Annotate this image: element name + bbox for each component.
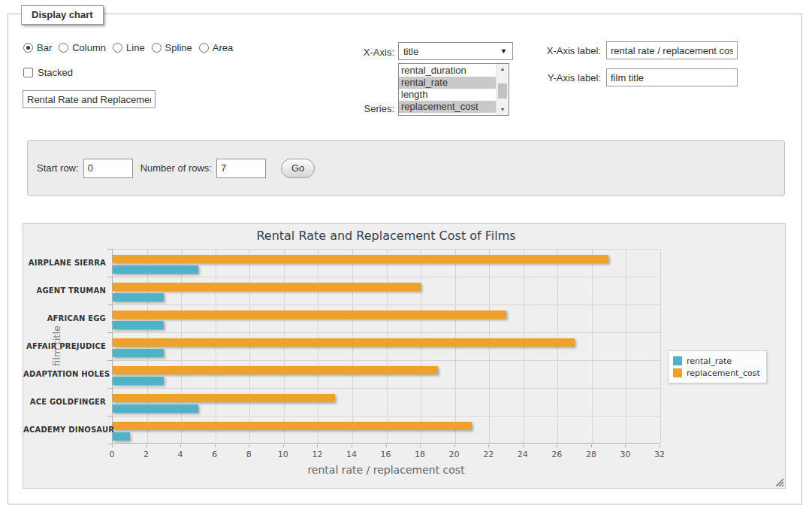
x-axis-tick	[352, 444, 352, 447]
radio-icon[interactable]	[152, 43, 161, 53]
series-scrollbar[interactable]: ▲ ▼	[496, 64, 509, 115]
chart-type-column[interactable]: Column	[59, 42, 106, 53]
resize-grip-icon[interactable]	[775, 478, 783, 486]
bar-rental_rate[interactable]	[113, 404, 198, 413]
x-axis-tick	[625, 444, 626, 447]
series-option-rental_rate[interactable]: rental_rate	[399, 77, 496, 89]
x-axis-tick-label: 16	[381, 450, 391, 459]
x-axis-selected-value: title	[403, 46, 418, 57]
stacked-checkbox-row[interactable]: Stacked	[23, 67, 73, 78]
number-of-rows-input[interactable]	[216, 159, 266, 178]
number-of-rows-label: Number of rows:	[140, 162, 212, 174]
series-option-length[interactable]: length	[399, 89, 496, 101]
x-axis-select[interactable]: title ▼	[398, 42, 513, 60]
bar-rental_rate[interactable]	[113, 293, 164, 301]
bar-replacement_cost[interactable]	[113, 422, 472, 430]
x-axis-tick-label: 4	[178, 450, 183, 459]
gridline-horizontal	[113, 304, 660, 305]
x-axis-title: rental rate / replacement cost	[307, 464, 464, 476]
scroll-up-button[interactable]: ▲	[497, 64, 509, 74]
category-label: AFRICAN EGG	[23, 314, 106, 323]
scroll-thumb[interactable]	[498, 83, 507, 98]
gridline-horizontal	[113, 416, 660, 417]
gridline-vertical	[592, 249, 593, 443]
bar-rental_rate[interactable]	[113, 432, 130, 441]
radio-icon[interactable]	[113, 43, 122, 53]
bar-rental_rate[interactable]	[113, 321, 164, 329]
category-label: ACE GOLDFINGER	[23, 398, 106, 406]
legend-swatch	[673, 356, 682, 365]
series-select-label: Series:	[319, 103, 394, 114]
x-axis-tick	[112, 444, 113, 447]
category-label: ADAPTATION HOLES	[23, 370, 106, 378]
chart-type-line[interactable]: Line	[113, 42, 145, 53]
bar-rental_rate[interactable]	[113, 349, 164, 357]
chart-type-area[interactable]: Area	[199, 42, 233, 53]
series-option-replacement_cost[interactable]: replacement_cost	[399, 101, 496, 113]
x-axis-tick	[180, 444, 181, 447]
x-axis-tick-label: 10	[278, 450, 288, 459]
series-multiselect[interactable]: rental_durationrental_ratelengthreplacem…	[398, 63, 509, 116]
x-axis-tick	[454, 444, 455, 447]
category-label: AGENT TRUMAN	[23, 286, 106, 295]
radio-label: Column	[72, 42, 106, 53]
x-axis-label-input[interactable]	[606, 41, 738, 59]
x-axis-tick-label: 12	[312, 450, 322, 459]
chart-title-input[interactable]	[23, 90, 155, 108]
chart-type-spline[interactable]: Spline	[152, 42, 192, 53]
x-axis-tick-label: 18	[415, 450, 425, 459]
legend-label: replacement_cost	[687, 368, 760, 378]
bar-rental_rate[interactable]	[113, 265, 198, 274]
radio-label: Line	[126, 42, 145, 53]
x-axis-tick-label: 24	[518, 450, 528, 459]
chart-legend: rental_ratereplacement_cost	[668, 350, 767, 383]
gridline-vertical	[660, 249, 661, 443]
x-axis-tick-label: 0	[110, 450, 115, 459]
x-axis-tick-label: 8	[246, 450, 252, 459]
start-row-input[interactable]	[83, 159, 133, 178]
bar-replacement_cost[interactable]	[113, 311, 506, 319]
x-axis-tick-label: 32	[654, 450, 665, 459]
radio-label: Area	[213, 42, 233, 53]
x-axis-tick	[215, 444, 216, 447]
legend-item-replacement_cost[interactable]: replacement_cost	[673, 367, 760, 379]
chart-title: Rental Rate and Replacement Cost of Film…	[256, 229, 515, 243]
y-axis-tick	[107, 249, 112, 250]
bar-replacement_cost[interactable]	[113, 338, 575, 347]
x-axis-tick-label: 30	[620, 450, 630, 459]
x-axis-tick-label: 20	[449, 450, 460, 459]
radio-icon[interactable]	[59, 43, 68, 53]
go-button[interactable]: Go	[281, 159, 315, 178]
y-axis-tick	[107, 304, 112, 305]
y-axis-label-input[interactable]	[606, 68, 738, 86]
category-label: ACADEMY DINOSAUR	[23, 426, 106, 434]
x-axis-tick	[488, 444, 489, 447]
chart-type-bar[interactable]: Bar	[23, 42, 52, 53]
x-axis-tick	[591, 444, 592, 447]
bar-replacement_cost[interactable]	[113, 366, 438, 374]
rows-panel: Start row: Number of rows: Go	[27, 140, 785, 196]
x-axis-tick	[283, 444, 284, 447]
bar-rental_rate[interactable]	[113, 377, 164, 385]
category-label: AFFAIR PREJUDICE	[23, 342, 106, 350]
chart: Rental Rate and Replacement Cost of Film…	[23, 223, 786, 489]
bar-replacement_cost[interactable]	[113, 283, 421, 291]
radio-icon[interactable]	[199, 43, 209, 53]
legend-item-rental_rate[interactable]: rental_rate	[673, 355, 760, 367]
gridline-vertical	[626, 249, 626, 443]
x-axis-tick-label: 22	[483, 450, 494, 459]
chevron-down-icon: ▼	[500, 48, 507, 55]
bar-replacement_cost[interactable]	[113, 394, 335, 402]
x-axis-label-caption: X-Axis label:	[522, 45, 601, 56]
bar-replacement_cost[interactable]	[113, 255, 608, 263]
page: { "form": { "legend_title": "Display cha…	[0, 0, 812, 512]
scroll-down-button[interactable]: ▼	[497, 105, 509, 115]
x-axis-tick	[660, 444, 660, 447]
y-axis-label-caption: Y-Axis label:	[522, 72, 601, 83]
x-axis-tick	[420, 444, 421, 447]
category-axis-labels: AIRPLANE SIERRAAGENT TRUMANAFRICAN EGGAF…	[23, 249, 106, 444]
series-option-rental_duration[interactable]: rental_duration	[399, 65, 496, 77]
radio-label: Bar	[37, 42, 52, 53]
stacked-checkbox[interactable]	[23, 68, 33, 77]
radio-icon[interactable]	[23, 43, 33, 53]
